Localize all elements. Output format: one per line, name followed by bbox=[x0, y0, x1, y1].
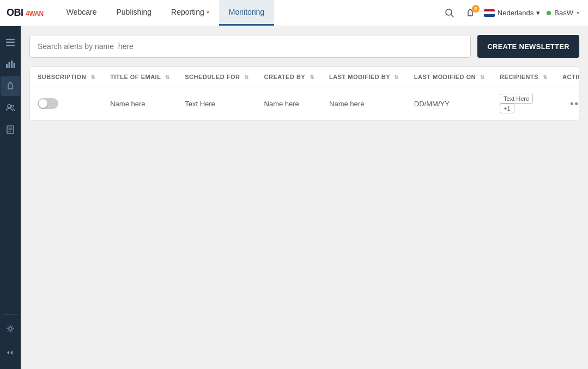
col-recipients[interactable]: RECIPIENTS ⇅ bbox=[492, 67, 555, 87]
reporting-chevron-icon: ▾ bbox=[207, 9, 209, 15]
main-layout: CREATE NEWSLETTER SUBSCRIPTION ⇅ TITLE O… bbox=[0, 26, 588, 369]
svg-point-12 bbox=[10, 82, 11, 83]
nav-webcare[interactable]: Webcare bbox=[57, 0, 107, 26]
sidebar-item-reports[interactable] bbox=[1, 120, 20, 140]
sidebar-item-alerts[interactable] bbox=[1, 76, 20, 96]
svg-line-1 bbox=[451, 14, 453, 17]
logo-text: OBI 4WAN bbox=[7, 7, 44, 19]
toolbar: CREATE NEWSLETTER bbox=[29, 35, 579, 58]
subscription-toggle[interactable] bbox=[38, 98, 58, 109]
sort-scheduled-icon: ⇅ bbox=[244, 74, 249, 80]
user-name: BasW bbox=[554, 9, 573, 17]
sidebar-divider bbox=[3, 314, 18, 314]
row-last-modified-on: DD/MM/YY bbox=[407, 87, 492, 120]
svg-rect-8 bbox=[9, 62, 10, 68]
newsletter-table: SUBSCRIPTION ⇅ TITLE OF EMAIL ⇅ SCHEDULE… bbox=[30, 67, 579, 120]
sort-recipients-icon: ⇅ bbox=[543, 74, 548, 80]
recipient-extra-count: +1 bbox=[500, 104, 514, 113]
language-label: Nederlands bbox=[498, 9, 534, 17]
table-row: Name here Text Here Name here Name here bbox=[30, 87, 579, 120]
table-body: Name here Text Here Name here Name here bbox=[30, 87, 579, 120]
row-title: Name here bbox=[102, 87, 177, 120]
sidebar-settings[interactable] bbox=[1, 319, 20, 338]
create-newsletter-button[interactable]: CREATE NEWSLETTER bbox=[477, 35, 579, 58]
user-chevron-icon: ▾ bbox=[577, 10, 579, 16]
sort-modified-on-icon: ⇅ bbox=[480, 74, 485, 80]
row-scheduled-for: Text Here bbox=[177, 87, 256, 120]
nav-reporting[interactable]: Reporting ▾ bbox=[161, 0, 219, 26]
svg-rect-6 bbox=[6, 45, 15, 46]
table-header: SUBSCRIPTION ⇅ TITLE OF EMAIL ⇅ SCHEDULE… bbox=[30, 67, 579, 87]
search-input[interactable] bbox=[29, 35, 471, 58]
col-title[interactable]: TITLE OF EMAIL ⇅ bbox=[102, 67, 177, 87]
svg-point-3 bbox=[470, 9, 471, 10]
sort-title-icon: ⇅ bbox=[165, 74, 170, 80]
svg-point-19 bbox=[9, 327, 12, 330]
svg-point-14 bbox=[11, 105, 14, 107]
row-actions: ••• bbox=[555, 87, 579, 120]
sidebar bbox=[0, 26, 21, 369]
sidebar-item-list[interactable] bbox=[1, 33, 20, 52]
col-created-by[interactable]: CREATED BY ⇅ bbox=[257, 67, 322, 87]
sort-subscription-icon: ⇅ bbox=[90, 74, 95, 80]
col-last-modified-by[interactable]: LAST MODIFIED BY ⇅ bbox=[322, 67, 407, 87]
sidebar-item-analytics[interactable] bbox=[1, 55, 20, 74]
language-selector[interactable]: Nederlands ▾ bbox=[484, 9, 541, 17]
nav-links: Webcare Publishing Reporting ▾ Monitorin… bbox=[57, 0, 274, 26]
user-online-indicator bbox=[547, 11, 551, 15]
sidebar-collapse[interactable] bbox=[1, 343, 20, 362]
sort-modified-by-icon: ⇅ bbox=[394, 74, 399, 80]
language-chevron-icon: ▾ bbox=[536, 9, 540, 17]
main-content: CREATE NEWSLETTER SUBSCRIPTION ⇅ TITLE O… bbox=[21, 26, 588, 369]
svg-rect-7 bbox=[6, 64, 8, 68]
sort-created-icon: ⇅ bbox=[310, 74, 314, 80]
notifications-button[interactable]: 8 bbox=[463, 6, 477, 20]
sidebar-item-users[interactable] bbox=[1, 98, 20, 118]
svg-point-13 bbox=[8, 105, 11, 108]
col-scheduled[interactable]: SCHEDULED FOR ⇅ bbox=[177, 67, 256, 87]
nav-publishing[interactable]: Publishing bbox=[106, 0, 161, 26]
netherlands-flag bbox=[484, 9, 495, 17]
recipient-tag: Text Here bbox=[500, 94, 533, 104]
col-last-modified-on[interactable]: LAST MODIFIED ON ⇅ bbox=[407, 67, 492, 87]
search-button[interactable] bbox=[442, 6, 457, 20]
logo[interactable]: OBI 4WAN bbox=[7, 7, 44, 19]
user-menu[interactable]: BasW ▾ bbox=[547, 9, 579, 17]
nav-right-actions: 8 Nederlands ▾ BasW ▾ bbox=[442, 6, 588, 20]
row-subscription bbox=[30, 87, 102, 120]
svg-rect-10 bbox=[14, 63, 15, 68]
row-last-modified-by: Name here bbox=[322, 87, 407, 120]
nav-monitoring[interactable]: Monitoring bbox=[219, 0, 274, 26]
col-subscription[interactable]: SUBSCRIPTION ⇅ bbox=[30, 67, 102, 87]
actions-menu-button[interactable]: ••• bbox=[562, 98, 579, 110]
row-created-by: Name here bbox=[257, 87, 322, 120]
row-recipients: Text Here +1 bbox=[492, 87, 555, 120]
svg-rect-4 bbox=[6, 39, 15, 40]
top-navigation: OBI 4WAN Webcare Publishing Reporting ▾ … bbox=[0, 0, 588, 26]
svg-rect-9 bbox=[11, 61, 13, 68]
col-actions: ACTIONS bbox=[555, 67, 579, 87]
notification-badge: 8 bbox=[472, 5, 480, 13]
svg-rect-5 bbox=[6, 42, 15, 44]
data-table: SUBSCRIPTION ⇅ TITLE OF EMAIL ⇅ SCHEDULE… bbox=[29, 66, 579, 120]
sidebar-bottom bbox=[1, 312, 20, 369]
